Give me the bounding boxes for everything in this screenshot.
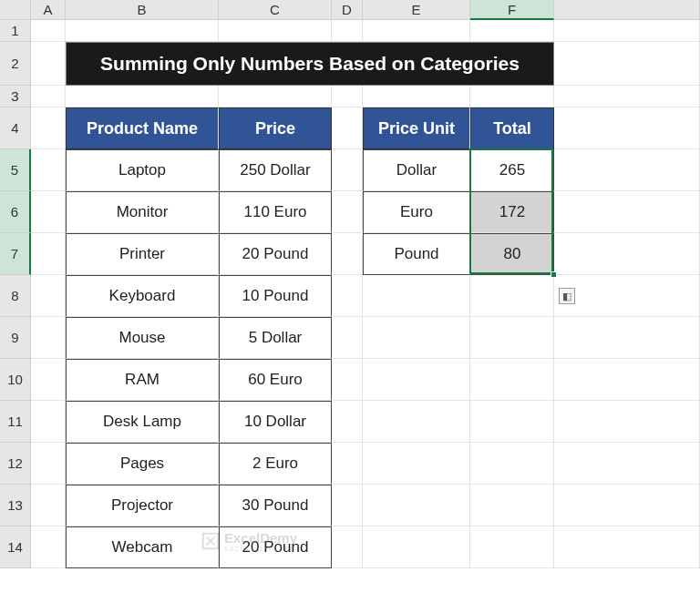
table1-product-1[interactable]: Monitor [66,191,219,233]
cell-F13[interactable] [470,485,554,526]
cell-A10[interactable] [31,359,66,401]
cell-D1[interactable] [332,20,363,42]
cell-E8[interactable] [363,275,470,317]
cell-F9[interactable] [470,317,554,359]
cell-A13[interactable] [31,485,66,526]
cell-F11[interactable] [470,401,554,443]
cell-F12[interactable] [470,443,554,485]
table1-product-5[interactable]: RAM [66,359,219,401]
col-header-E[interactable]: E [363,0,470,20]
cell-E3[interactable] [363,86,470,107]
cell-D10[interactable] [332,359,363,401]
cell-E10[interactable] [363,359,470,401]
row-header-10[interactable]: 10 [0,359,31,401]
table1-price-6[interactable]: 10 Dollar [219,401,332,443]
table1-price-3[interactable]: 10 Pound [219,275,332,317]
cell-A9[interactable] [31,317,66,359]
cell-E12[interactable] [363,443,470,485]
col-header-F[interactable]: F [470,0,554,20]
row-header-6[interactable]: 6 [0,191,31,233]
cell-A12[interactable] [31,443,66,485]
table1-price-2[interactable]: 20 Pound [219,233,332,275]
cell-F3[interactable] [470,86,554,107]
cell-E11[interactable] [363,401,470,443]
cell-C1[interactable] [219,20,332,42]
table2-total-0[interactable]: 265 [470,149,554,191]
table1-product-0[interactable]: Laptop [66,149,219,191]
row-header-1[interactable]: 1 [0,20,31,42]
table1-product-3[interactable]: Keyboard [66,275,219,317]
row-header-12[interactable]: 12 [0,443,31,485]
table1-product-6[interactable]: Desk Lamp [66,401,219,443]
cell-A6[interactable] [31,191,66,233]
cell-F1[interactable] [470,20,554,42]
cell-B3[interactable] [66,86,219,107]
select-all-corner[interactable] [0,0,31,20]
cell-F8[interactable] [470,275,554,317]
table2-header-total[interactable]: Total [470,107,554,149]
cell-A5[interactable] [31,149,66,191]
table1-price-4[interactable]: 5 Dollar [219,317,332,359]
cell-A2[interactable] [31,42,66,86]
cell-D6[interactable] [332,191,363,233]
cell-D3[interactable] [332,86,363,107]
table1-header-product[interactable]: Product Name [66,107,219,149]
col-header-D[interactable]: D [332,0,363,20]
cell-D11[interactable] [332,401,363,443]
autofill-options-button[interactable]: ◧ [559,288,575,304]
cell-E1[interactable] [363,20,470,42]
cell-D9[interactable] [332,317,363,359]
row-header-11[interactable]: 11 [0,401,31,443]
table1-header-price[interactable]: Price [219,107,332,149]
cell-F10[interactable] [470,359,554,401]
cell-E14[interactable] [363,526,470,568]
cell-A3[interactable] [31,86,66,107]
table1-price-5[interactable]: 60 Euro [219,359,332,401]
cell-E9[interactable] [363,317,470,359]
row-header-4[interactable]: 4 [0,107,31,149]
cell-F14[interactable] [470,526,554,568]
cell-D12[interactable] [332,443,363,485]
cell-A8[interactable] [31,275,66,317]
table2-unit-0[interactable]: Dollar [363,149,470,191]
row-header-5[interactable]: 5 [0,149,31,191]
fill-handle[interactable] [551,271,557,278]
cell-D14[interactable] [332,526,363,568]
col-header-B[interactable]: B [66,0,219,20]
table1-price-0[interactable]: 250 Dollar [219,149,332,191]
cell-B1[interactable] [66,20,219,42]
col-header-A[interactable]: A [31,0,66,20]
table1-product-7[interactable]: Pages [66,443,219,485]
cell-C3[interactable] [219,86,332,107]
row-header-2[interactable]: 2 [0,42,31,86]
cell-A7[interactable] [31,233,66,275]
cell-E13[interactable] [363,485,470,526]
cell-A1[interactable] [31,20,66,42]
title-cell[interactable]: Summing Only Numbers Based on Categories [66,42,554,86]
table2-unit-1[interactable]: Euro [363,191,470,233]
table2-header-unit[interactable]: Price Unit [363,107,470,149]
cell-D7[interactable] [332,233,363,275]
col-header-C[interactable]: C [219,0,332,20]
cell-D4[interactable] [332,107,363,149]
table1-product-2[interactable]: Printer [66,233,219,275]
cell-A14[interactable] [31,526,66,568]
table1-price-9[interactable]: 20 Pound [219,526,332,568]
row-header-3[interactable]: 3 [0,86,31,107]
table1-price-1[interactable]: 110 Euro [219,191,332,233]
table2-unit-2[interactable]: Pound [363,233,470,275]
row-header-14[interactable]: 14 [0,526,31,568]
row-header-9[interactable]: 9 [0,317,31,359]
table1-product-9[interactable]: Webcam [66,526,219,568]
row-header-13[interactable]: 13 [0,485,31,526]
cell-D8[interactable] [332,275,363,317]
row-header-8[interactable]: 8 [0,275,31,317]
table2-total-2[interactable]: 80 [470,233,554,275]
cell-A4[interactable] [31,107,66,149]
table2-total-1[interactable]: 172 [470,191,554,233]
row-header-7[interactable]: 7 [0,233,31,275]
table1-price-7[interactable]: 2 Euro [219,443,332,485]
cell-D13[interactable] [332,485,363,526]
table1-product-4[interactable]: Mouse [66,317,219,359]
table1-product-8[interactable]: Projector [66,485,219,526]
